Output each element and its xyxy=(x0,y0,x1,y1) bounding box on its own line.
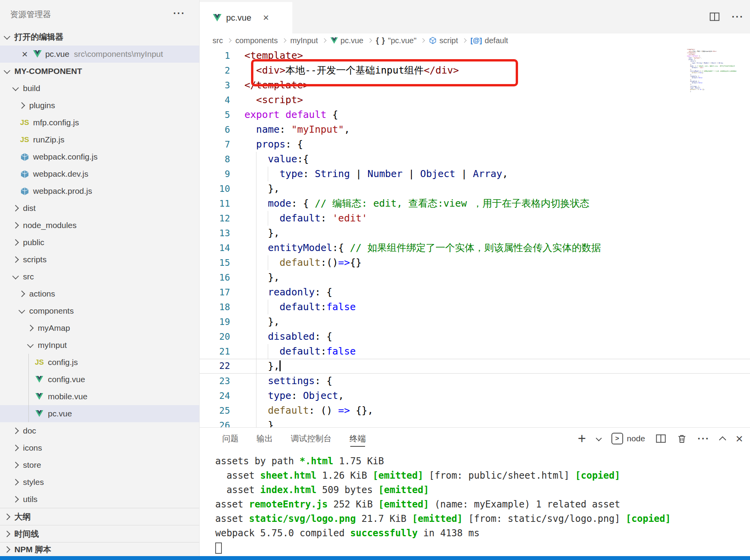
breadcrumb-item-pc.vue[interactable]: pc.vue xyxy=(330,36,364,45)
tree-item-webpack.dev.js[interactable]: webpack.dev.js xyxy=(0,165,199,183)
code-line-26[interactable]: 26 } xyxy=(200,418,750,427)
chevron-right-icon xyxy=(322,38,326,42)
terminal-profile[interactable]: > node xyxy=(611,433,645,444)
chevron-down-icon[interactable] xyxy=(595,435,602,441)
tree-item-label: src xyxy=(23,272,34,281)
tree-item-mobile.vue[interactable]: mobile.vue xyxy=(0,388,199,405)
split-terminal-icon[interactable] xyxy=(655,433,666,444)
code-line-7[interactable]: 7 props: { xyxy=(200,137,750,152)
trash-icon[interactable] xyxy=(677,434,687,444)
code-line-16[interactable]: 16 }, xyxy=(200,270,750,285)
panel-tab-终端[interactable]: 终端 xyxy=(350,428,366,449)
breadcrumb-item-script[interactable]: script xyxy=(429,36,458,45)
breadcrumb-item-src[interactable]: src xyxy=(213,36,223,45)
code-line-25[interactable]: 25 default: () => {}, xyxy=(200,403,750,418)
workspace-label: MY-COMPONENT xyxy=(14,67,82,76)
tree-item-build[interactable]: build xyxy=(0,80,199,97)
line-number: 18 xyxy=(200,300,230,314)
code-line-13[interactable]: 13 }, xyxy=(200,226,750,241)
code-line-12[interactable]: 12 default: 'edit' xyxy=(200,211,750,226)
npm-scripts-section-header[interactable]: NPM 脚本 xyxy=(0,542,199,556)
code-line-11[interactable]: 11 mode: { // 编辑态: edit, 查看态:view ，用于在子表… xyxy=(200,196,750,211)
chevron-up-icon[interactable] xyxy=(719,436,726,443)
breadcrumb-item-components[interactable]: components xyxy=(235,36,278,45)
vue-icon xyxy=(35,376,43,383)
split-editor-icon[interactable] xyxy=(709,11,720,22)
text-cursor xyxy=(279,360,281,371)
code-line-17[interactable]: 17 readonly: { xyxy=(200,285,750,300)
code-line-4[interactable]: 4 <script> xyxy=(200,93,750,107)
more-actions-icon[interactable]: ··· xyxy=(173,8,185,19)
tree-item-public[interactable]: public xyxy=(0,234,199,251)
tree-item-webpack.prod.js[interactable]: webpack.prod.js xyxy=(0,183,199,200)
minimap[interactable]: <template> <div>本地--开发一个基础input组件</div><… xyxy=(687,49,746,115)
code-line-21[interactable]: 21 default:false xyxy=(200,344,750,359)
tree-item-plugins[interactable]: plugins xyxy=(0,97,199,114)
workspace-section-header[interactable]: MY-COMPONENT xyxy=(0,63,199,80)
tree-item-myAmap[interactable]: myAmap xyxy=(0,319,199,337)
tree-item-label: runZip.js xyxy=(33,135,65,144)
outline-section-header[interactable]: 大纲 xyxy=(0,508,199,525)
close-icon[interactable]: × xyxy=(22,48,28,60)
tree-item-scripts[interactable]: scripts xyxy=(0,251,199,268)
code-editor[interactable]: 1<template>2 <div>本地--开发一个基础input组件</div… xyxy=(200,47,750,427)
more-actions-icon[interactable]: ··· xyxy=(732,11,744,23)
code-line-15[interactable]: 15 default:()=>{} xyxy=(200,255,750,270)
code-line-3[interactable]: 3</template> xyxy=(200,78,750,93)
panel-tab-输出[interactable]: 输出 xyxy=(256,428,273,449)
tree-item-mfp.config.js[interactable]: JSmfp.config.js xyxy=(0,114,199,131)
tree-item-styles[interactable]: styles xyxy=(0,474,199,491)
code-line-22[interactable]: 22 }, xyxy=(200,359,750,374)
tab-pc-vue[interactable]: pc.vue × xyxy=(200,2,292,33)
js-icon: JS xyxy=(20,135,29,144)
tree-item-webpack.config.js[interactable]: webpack.config.js xyxy=(0,148,199,165)
code-line-5[interactable]: 5export default { xyxy=(200,107,750,122)
chevron-right-icon xyxy=(12,256,19,263)
open-editor-item[interactable]: × pc.vue src\components\myInput xyxy=(0,46,199,63)
vue-icon xyxy=(35,393,43,400)
tree-item-myInput[interactable]: myInput xyxy=(0,337,199,354)
chevron-right-icon xyxy=(12,462,19,469)
tree-item-actions[interactable]: actions xyxy=(0,285,199,302)
breadcrumb-item-default[interactable]: [@]default xyxy=(471,36,508,45)
tree-item-pc.vue[interactable]: pc.vue xyxy=(0,405,199,422)
timeline-section-header[interactable]: 时间线 xyxy=(0,525,199,542)
open-editors-section-header[interactable]: 打开的编辑器 xyxy=(0,28,199,46)
code-line-6[interactable]: 6 name: "myInput", xyxy=(200,122,750,137)
code-line-1[interactable]: 1<template> xyxy=(200,48,750,63)
terminal-output[interactable]: assets by path *.html 1.75 KiB asset she… xyxy=(200,449,750,556)
code-line-14[interactable]: 14 entityModel:{ // 如果组件绑定了一个实体，则该属性会传入实… xyxy=(200,241,750,255)
tree-item-dist[interactable]: dist xyxy=(0,200,199,217)
close-panel-icon[interactable]: × xyxy=(736,432,743,446)
code-line-24[interactable]: 24 type: Object, xyxy=(200,388,750,403)
close-icon[interactable]: × xyxy=(263,12,269,24)
breadcrumb-item-myInput[interactable]: myInput xyxy=(290,36,318,45)
code-line-19[interactable]: 19 }, xyxy=(200,314,750,329)
tree-item-doc[interactable]: doc xyxy=(0,422,199,439)
breadcrumb-item-pc.vue[interactable]: { }"pc.vue" xyxy=(376,36,416,45)
sidebar-title: 资源管理器 xyxy=(10,9,51,20)
code-line-20[interactable]: 20 disabled: { xyxy=(200,329,750,344)
code-line-18[interactable]: 18 default:false xyxy=(200,300,750,314)
tree-item-utils[interactable]: utils xyxy=(0,491,199,508)
tree-item-config.vue[interactable]: config.vue xyxy=(0,371,199,388)
code-line-9[interactable]: 9 type: String | Number | Object | Array… xyxy=(200,167,750,181)
code-line-23[interactable]: 23 settings: { xyxy=(200,374,750,388)
tree-item-src[interactable]: src xyxy=(0,268,199,285)
tree-item-label: build xyxy=(23,84,40,93)
code-line-8[interactable]: 8 value:{ xyxy=(200,152,750,167)
tree-item-config.js[interactable]: JSconfig.js xyxy=(0,354,199,371)
panel-tab-问题[interactable]: 问题 xyxy=(222,428,239,449)
new-terminal-icon[interactable]: + xyxy=(578,432,586,446)
terminal-profile-label: node xyxy=(627,434,645,443)
code-line-10[interactable]: 10 }, xyxy=(200,181,750,196)
tree-item-icons[interactable]: icons xyxy=(0,439,199,456)
tree-item-runZip.js[interactable]: JSrunZip.js xyxy=(0,131,199,148)
more-actions-icon[interactable]: ··· xyxy=(697,433,710,444)
open-editor-path: src\components\myInput xyxy=(74,49,163,59)
code-line-2[interactable]: 2 <div>本地--开发一个基础input组件</div> xyxy=(200,63,750,78)
tree-item-node_modules[interactable]: node_modules xyxy=(0,217,199,234)
tree-item-store[interactable]: store xyxy=(0,456,199,474)
tree-item-components[interactable]: components xyxy=(0,302,199,319)
panel-tab-调试控制台[interactable]: 调试控制台 xyxy=(291,428,332,449)
